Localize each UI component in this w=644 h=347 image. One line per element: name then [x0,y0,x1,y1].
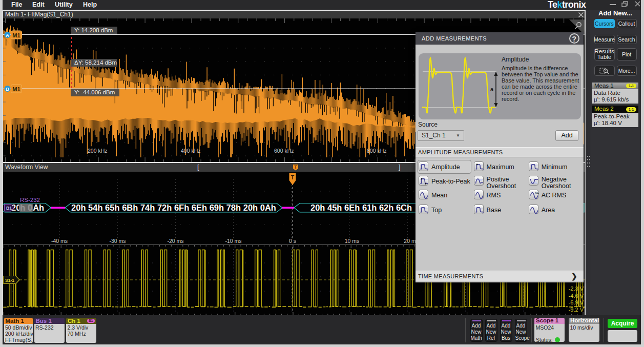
svg-text:0 s: 0 s [289,238,296,244]
svg-text:RS-232: RS-232 [20,197,40,203]
svg-text:20 m: 20 m [404,238,416,244]
svg-text:-10 ms: -10 ms [225,238,241,244]
svg-text:a: a [490,86,494,92]
svg-text:h 0: h 0 [20,203,32,212]
svg-text:S1-1: S1-1 [5,278,14,283]
svg-text:-30 ms: -30 ms [109,238,126,244]
svg-text:10 ms: 10 ms [345,238,360,244]
svg-text:T: T [291,174,295,180]
svg-text:-9.2 V: -9.2 V [569,307,584,313]
svg-text:20h 45h 6Eh 61h 62h 6Ch: 20h 45h 6Eh 61h 62h 6Ch [310,203,412,212]
svg-text:-4.6 V: -4.6 V [569,293,584,299]
svg-text:T: T [294,165,297,170]
svg-text:B1: B1 [6,206,12,211]
svg-text:AC: AC [535,191,539,194]
svg-text:A: A [6,32,9,38]
svg-text:-40 ms: -40 ms [51,238,68,244]
svg-text:-2.3 V: -2.3 V [569,285,584,292]
svg-text:20h 54h 65h 6Bh 74h 72h 6Fh 6E: 20h 54h 65h 6Bh 74h 72h 6Fh 6Eh 69h 78h … [71,203,276,212]
svg-text:-6.9 V: -6.9 V [569,299,584,305]
svg-text:B: B [6,86,9,92]
svg-text:-20 ms: -20 ms [167,238,183,244]
svg-text:M1: M1 [12,86,20,92]
svg-text:M1: M1 [12,32,20,38]
